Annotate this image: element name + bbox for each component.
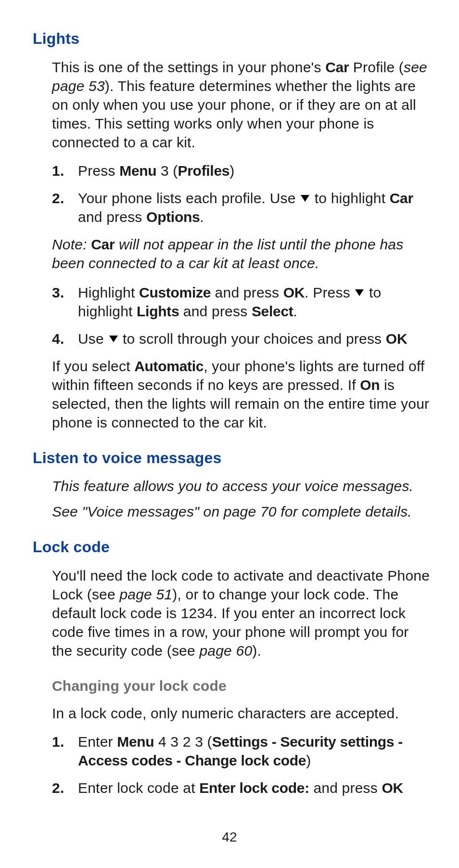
text: and press	[211, 285, 283, 300]
step-2: Enter lock code at Enter lock code: and …	[52, 778, 431, 797]
text: Your phone lists each profile. Use	[78, 190, 300, 206]
see-page-51: page 51	[119, 586, 172, 602]
bold-automatic: Automatic	[134, 358, 204, 374]
text: .	[200, 209, 204, 225]
text: ). This feature determines whether the l…	[52, 78, 416, 150]
note-label: Note:	[52, 236, 91, 252]
bold-car: Car	[325, 59, 349, 75]
bold-profiles: Profiles	[178, 163, 230, 179]
text: to highlight	[310, 190, 390, 206]
lock-intro: You'll need the lock code to activate an…	[52, 566, 431, 660]
bold-menu: Menu	[119, 163, 156, 179]
text: Use	[78, 331, 108, 347]
lights-intro: This is one of the settings in your phon…	[52, 58, 431, 152]
lock-steps: Enter Menu 4 3 2 3 (Settings - Security …	[52, 732, 431, 797]
lock-sub-intro: In a lock code, only numeric characters …	[52, 704, 431, 723]
voice-line1: This feature allows you to access your v…	[52, 477, 431, 495]
bold-options: Options	[146, 209, 200, 225]
text: ).	[252, 643, 261, 659]
text: . Press	[305, 285, 354, 300]
step-1: Press Menu 3 (Profiles)	[52, 161, 431, 180]
step-2: Your phone lists each profile. Use to hi…	[52, 189, 431, 226]
down-arrow-icon	[355, 289, 364, 296]
text: Enter lock code at	[78, 780, 199, 796]
see-page-60: page 60	[199, 643, 252, 659]
lock-body: You'll need the lock code to activate an…	[52, 566, 431, 797]
text: Press	[78, 163, 119, 179]
text: )	[306, 752, 311, 768]
text: to scroll through your choices and press	[119, 331, 386, 347]
text: Profile (	[349, 59, 404, 75]
down-arrow-icon	[301, 195, 309, 202]
step-3: Highlight Customize and press OK. Press …	[52, 283, 431, 321]
lights-steps-1-2: Press Menu 3 (Profiles) Your phone lists…	[52, 161, 431, 226]
lights-note: Note: Car will not appear in the list un…	[52, 235, 431, 272]
section-voice: Listen to voice messages This feature al…	[33, 448, 431, 521]
bold-customize: Customize	[139, 285, 211, 300]
bold-menu: Menu	[117, 734, 154, 750]
heading-lock: Lock code	[33, 537, 431, 557]
bold-lights: Lights	[137, 303, 179, 319]
text: and press	[309, 780, 382, 796]
bold-car: Car	[390, 190, 413, 206]
voice-body: This feature allows you to access your v…	[52, 477, 431, 521]
text: 3 (	[156, 163, 178, 179]
text: This is one of the settings in your phon…	[52, 59, 325, 75]
bold-ok: OK	[386, 331, 407, 347]
bold-enter-lock-code: Enter lock code:	[199, 780, 309, 796]
bold-ok: OK	[283, 285, 305, 300]
section-lights: Lights This is one of the settings in yo…	[33, 29, 431, 432]
subheading-change-lock: Changing your lock code	[52, 676, 431, 695]
lights-steps-3-4: Highlight Customize and press OK. Press …	[52, 283, 431, 348]
bold-select: Select	[252, 303, 293, 319]
heading-lights: Lights	[33, 29, 431, 49]
text: If you select	[52, 358, 134, 374]
text: and press	[179, 303, 252, 319]
page-number: 42	[0, 829, 459, 846]
section-lock: Lock code You'll need the lock code to a…	[33, 537, 431, 797]
heading-voice: Listen to voice messages	[33, 448, 431, 468]
step-4: Use to scroll through your choices and p…	[52, 329, 431, 348]
text: Enter	[78, 734, 117, 750]
text: Highlight	[78, 285, 139, 300]
lights-closing: If you select Automatic, your phone's li…	[52, 357, 431, 432]
step-1: Enter Menu 4 3 2 3 (Settings - Security …	[52, 732, 431, 770]
down-arrow-icon	[109, 336, 118, 342]
bold-on: On	[360, 377, 380, 393]
text: 4 3 2 3 (	[154, 734, 212, 750]
text: and press	[78, 209, 146, 225]
text: .	[293, 303, 298, 319]
bold-car: Car	[91, 236, 115, 252]
lights-body: This is one of the settings in your phon…	[52, 58, 431, 432]
text: )	[230, 163, 234, 179]
voice-line2: See "Voice messages" on page 70 for comp…	[52, 502, 431, 521]
bold-ok: OK	[382, 780, 403, 796]
